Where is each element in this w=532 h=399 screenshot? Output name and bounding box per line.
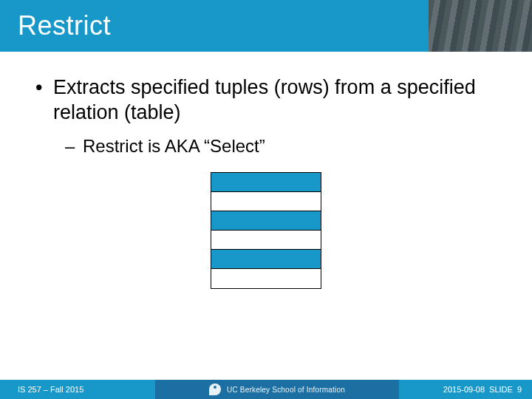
footer-school-text: UC Berkeley School of Information: [227, 386, 345, 394]
footer-slide-number: 9: [517, 385, 522, 394]
bullet-dot-icon: •: [35, 75, 53, 126]
slide: Restrict • Extracts specified tuples (ro…: [0, 0, 532, 399]
footer-date: 2015-09-08: [443, 385, 485, 394]
title-bar: Restrict: [0, 0, 532, 52]
table-row: [211, 231, 321, 250]
table-row: [211, 250, 321, 269]
slide-title: Restrict: [0, 10, 111, 41]
footer-school: UC Berkeley School of Information: [155, 380, 399, 399]
bullet-l1-text: Extracts specified tuples (rows) from a …: [53, 75, 497, 126]
table-row: [211, 192, 321, 211]
footer-meta: 2015-09-08 SLIDE 9: [399, 380, 532, 399]
footer-slide-label: SLIDE: [489, 385, 513, 394]
table-row: [211, 173, 321, 192]
bullet-dash-icon: –: [65, 134, 83, 157]
mini-table: [211, 172, 321, 289]
ischool-logo-icon: [209, 383, 221, 395]
footer: IS 257 – Fall 2015 UC Berkeley School of…: [0, 380, 532, 399]
footer-course: IS 257 – Fall 2015: [0, 380, 155, 399]
bullet-level-1: • Extracts specified tuples (rows) from …: [35, 75, 497, 126]
table-illustration: [35, 172, 497, 289]
decorative-photo: [429, 0, 532, 52]
bullet-l2-text: Restrict is AKA “Select”: [83, 134, 265, 157]
slide-body: • Extracts specified tuples (rows) from …: [0, 55, 532, 289]
table-row: [211, 211, 321, 231]
bullet-level-2: – Restrict is AKA “Select”: [35, 134, 497, 157]
table-row: [211, 269, 321, 288]
